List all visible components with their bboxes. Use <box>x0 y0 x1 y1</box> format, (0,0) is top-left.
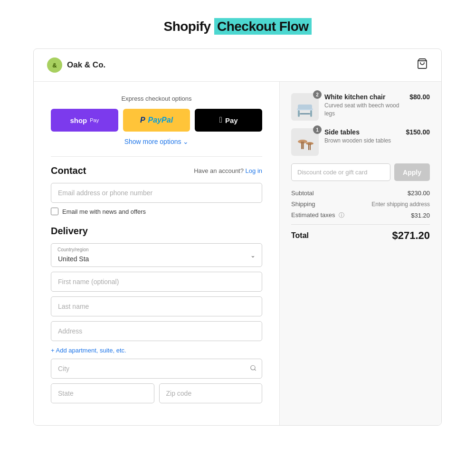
total-row: Total $271.20 <box>291 224 430 242</box>
svg-rect-9 <box>301 142 303 149</box>
last-name-input[interactable] <box>51 296 262 316</box>
newsletter-row: Email me with news and offers <box>51 208 262 215</box>
express-checkout-buttons: shop Pay P PayPal  Pay <box>51 109 262 132</box>
taxes-label-text: Estimated taxes <box>291 211 335 219</box>
item-1-badge: 2 <box>313 90 322 99</box>
page-title: Shopify Checkout Flow <box>163 19 311 34</box>
apply-button[interactable]: Apply <box>394 163 430 181</box>
item-1-price: $80.00 <box>409 93 430 101</box>
item-2-name: Side tables <box>324 128 400 136</box>
city-input[interactable] <box>51 359 262 379</box>
svg-rect-10 <box>303 142 304 149</box>
show-more-text: Show more options <box>124 138 181 145</box>
add-apartment-link[interactable]: + Add apartment, suite, etc. <box>51 347 126 354</box>
brand-logo: & Oak & Co. <box>47 57 105 73</box>
country-select[interactable]: United Sta <box>51 243 262 267</box>
contact-title: Contact <box>51 165 86 176</box>
country-select-wrapper: Country/region United Sta ⌄ <box>51 243 262 267</box>
shopify-pay-sublabel: Pay <box>90 117 99 123</box>
page-title-highlight: Checkout Flow <box>214 18 312 35</box>
item-2-details: Side tables Brown wooden side tables <box>324 128 400 145</box>
paypal-button[interactable]: P PayPal <box>123 109 190 132</box>
chair-svg <box>293 95 317 119</box>
apple-icon:  <box>219 115 222 125</box>
account-prompt-text: Have an account? <box>194 167 244 174</box>
zip-input[interactable] <box>159 383 263 403</box>
shopify-pay-label: shop <box>70 116 87 124</box>
left-column: Express checkout options shop Pay P PayP… <box>34 82 280 425</box>
shipping-label: Shipping <box>291 200 315 208</box>
subtotal-label: Subtotal <box>291 190 314 197</box>
page-title-wrap: Shopify Checkout Flow <box>163 19 311 34</box>
item-2-badge: 1 <box>313 125 322 134</box>
express-checkout-title: Express checkout options <box>51 95 262 102</box>
svg-rect-12 <box>308 143 309 150</box>
svg-rect-6 <box>310 110 312 117</box>
order-item-1: 2 White kitchen chair Curved seat with b… <box>291 93 430 121</box>
show-more-options[interactable]: Show more options ⌄ <box>51 137 262 146</box>
item-2-desc: Brown wooden side tables <box>324 137 400 145</box>
paypal-label: PayPal <box>148 116 173 124</box>
address-input[interactable] <box>51 321 262 341</box>
shopify-pay-button[interactable]: shop Pay <box>51 109 118 132</box>
info-icon[interactable]: ⓘ <box>339 212 344 219</box>
svg-rect-5 <box>298 110 300 117</box>
taxes-row: Estimated taxes ⓘ $31.20 <box>291 211 430 219</box>
newsletter-checkbox[interactable] <box>51 208 58 215</box>
order-summary: 2 White kitchen chair Curved seat with b… <box>280 82 441 425</box>
item-1-desc: Curved seat with beech wood legs <box>324 102 404 118</box>
svg-rect-13 <box>310 143 311 150</box>
brand-name: Oak & Co. <box>67 60 105 70</box>
state-zip-row <box>51 383 262 408</box>
checkout-container: & Oak & Co. Express checkout options sho… <box>33 48 442 426</box>
taxes-value: $31.20 <box>411 212 430 219</box>
discount-input[interactable] <box>291 163 390 181</box>
divider-1 <box>51 156 262 157</box>
checkout-header: & Oak & Co. <box>34 49 441 82</box>
paypal-p: P <box>140 116 145 124</box>
subtotal-row: Subtotal $230.00 <box>291 190 430 197</box>
svg-rect-4 <box>298 105 312 109</box>
item-1-image-wrap: 2 <box>291 93 319 121</box>
apple-pay-button[interactable]:  Pay <box>195 109 262 132</box>
show-more-link[interactable]: Show more options ⌄ <box>124 138 189 145</box>
apple-pay-label: Pay <box>225 116 238 124</box>
contact-section-header: Contact Have an account? Log in <box>51 165 262 176</box>
total-label: Total <box>291 231 309 240</box>
shipping-row: Shipping Enter shipping address <box>291 200 430 208</box>
email-phone-input[interactable] <box>51 183 262 203</box>
newsletter-label: Email me with news and offers <box>62 208 146 215</box>
total-value: $271.20 <box>392 229 430 242</box>
cart-icon <box>417 58 428 69</box>
city-input-wrap <box>51 359 262 379</box>
delivery-title: Delivery <box>51 226 262 237</box>
cart-button[interactable] <box>417 58 428 72</box>
checkout-body: Express checkout options shop Pay P PayP… <box>34 82 441 425</box>
state-input[interactable] <box>51 383 154 403</box>
account-prompt: Have an account? Log in <box>194 167 262 174</box>
order-item-2: 1 Side tables Brown wooden side tables $… <box>291 128 430 156</box>
item-2-image-wrap: 1 <box>291 128 319 156</box>
item-1-details: White kitchen chair Curved seat with bee… <box>324 93 404 118</box>
shipping-value: Enter shipping address <box>371 201 430 208</box>
item-2-price: $150.00 <box>406 128 430 136</box>
subtotal-value: $230.00 <box>408 190 430 197</box>
svg-rect-7 <box>300 113 310 114</box>
discount-row: Apply <box>291 163 430 181</box>
table-svg <box>293 130 317 154</box>
brand-icon: & <box>47 57 62 73</box>
taxes-label: Estimated taxes ⓘ <box>291 211 344 219</box>
item-1-name: White kitchen chair <box>324 93 404 101</box>
first-name-input[interactable] <box>51 272 262 292</box>
page-title-prefix: Shopify <box>163 19 214 34</box>
login-link[interactable]: Log in <box>246 167 262 174</box>
